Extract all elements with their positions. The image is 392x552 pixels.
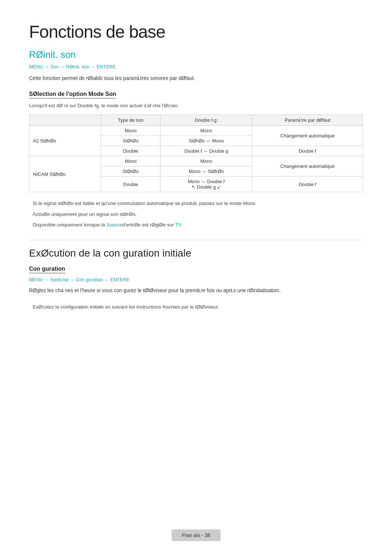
table-header-type: Type de son — [101, 115, 160, 126]
table-cell-double1-double: Double f ↔ Double g — [160, 146, 252, 156]
section2-title: ExØcution de la con guration initiale — [29, 247, 363, 259]
table-row: A2 StØrØo Mono Mono Changement automatiq… — [29, 126, 363, 136]
table-cell-mono2: Mono — [101, 156, 160, 166]
table-row: NICAM StØrØo Mono Mono Changement automa… — [29, 156, 363, 166]
table-cell-mono1-double: Mono — [160, 126, 252, 136]
table-cell-double2: Double — [101, 177, 160, 192]
table-cell-mono2-double: Mono — [160, 156, 252, 166]
note3: Disponible uniquement lorsque la Sourced… — [29, 221, 363, 229]
subsection1-description: Lorsqu'il est dØ ni sur Double fg, le mo… — [29, 102, 363, 109]
page-title: Fonctions de base — [29, 22, 363, 42]
table-header-param: ParamŁtre par dØfaut — [252, 115, 363, 126]
table-cell-stereo2-double: Mono ↔ StØrØo — [160, 166, 252, 177]
breadcrumb-section1: MENU → Son → RØinit. son → ENTERE — [29, 64, 363, 69]
section2-description: RØglez les cha nes et l'heure si vous co… — [29, 287, 363, 294]
section1-description: Cette fonction permet de rØtablir tous l… — [29, 74, 363, 82]
note1: Si le signal stØrØo est faible et qu'une… — [29, 200, 363, 207]
tv-link[interactable]: TV — [175, 222, 181, 227]
table-cell-stereo1-double: StØrØo ↔ Mono — [160, 136, 252, 146]
subsection2-title: Con guration — [29, 266, 65, 273]
table-header-double: Double f·g: — [160, 115, 252, 126]
table-cell-mono1: Mono — [101, 126, 160, 136]
sound-mode-table: Type de son Double f·g: ParamŁtre par dØ… — [29, 114, 363, 192]
table-cell-stereo1: StØrØo — [101, 136, 160, 146]
subsection1-title: SØlection de l'option Mode Son — [29, 91, 116, 98]
table-cell-doublef1: Double f — [252, 146, 363, 156]
table-cell-stereo2: StØrØo — [101, 166, 160, 177]
table-cell-changement2: Changement automatique — [252, 156, 363, 177]
section1-title: RØinit. son — [29, 49, 363, 60]
page-footer: Fran ais - 38 — [172, 529, 221, 541]
table-cell-changement1: Changement automatique — [252, 126, 363, 146]
table-cell-doublef2: Double f — [252, 177, 363, 192]
breadcrumb-section2: MENU → SystŁme → Con guration → ENTERE — [29, 277, 363, 282]
table-cell-nicam: NICAM StØrØo — [29, 156, 101, 192]
table-header-empty — [29, 115, 101, 126]
table-cell-a2: A2 StØrØo — [29, 126, 101, 156]
source-link[interactable]: Source — [106, 222, 122, 227]
section2-note: ExØcutez la configuration initiale en su… — [29, 303, 363, 311]
table-cell-double1: Double — [101, 146, 160, 156]
table-cell-double2-double: Mono ↔ Double f↖ Double g ↙ — [160, 177, 252, 192]
section-divider-hr — [29, 240, 363, 240]
note2: ActivØe uniquement pour un signal son st… — [29, 210, 363, 218]
